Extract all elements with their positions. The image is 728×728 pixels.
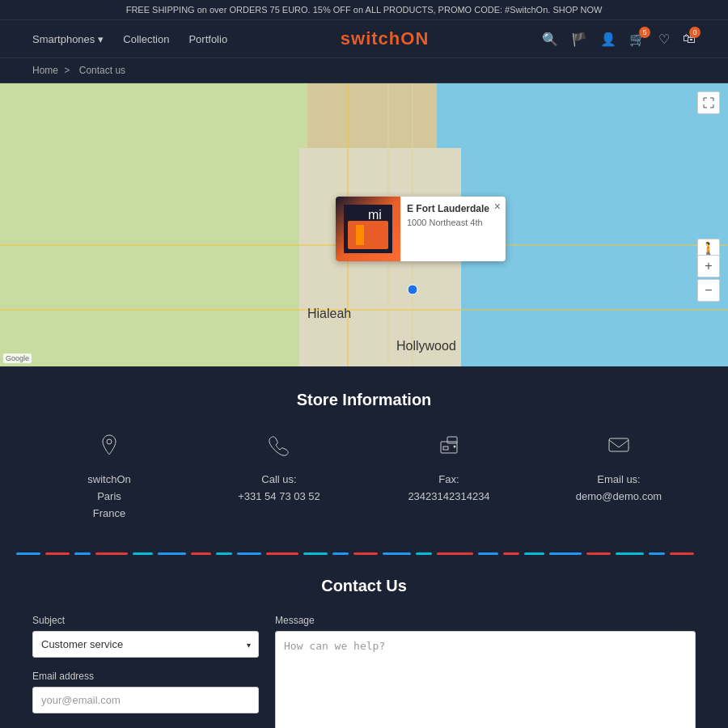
email-input[interactable] bbox=[32, 687, 259, 713]
contact-form-right: Message bbox=[275, 615, 696, 728]
nav-collection[interactable]: Collection bbox=[123, 33, 169, 45]
contact-form: Subject Customer service ▾ Email address… bbox=[32, 615, 696, 728]
subject-select-wrapper: Customer service ▾ bbox=[32, 631, 259, 658]
subject-field-group: Subject Customer service ▾ bbox=[32, 615, 259, 658]
store-address-text: switchOnParisFrance bbox=[87, 472, 130, 522]
location-icon bbox=[98, 434, 121, 462]
flag-icon[interactable]: 🏴 bbox=[571, 32, 587, 47]
breadcrumb-home[interactable]: Home bbox=[32, 65, 58, 76]
search-icon[interactable]: 🔍 bbox=[542, 32, 558, 47]
store-fax-item: Fax: 23423142314234 bbox=[388, 434, 510, 506]
decorative-divider bbox=[0, 546, 728, 561]
store-phone-item: Call us: +331 54 73 03 52 bbox=[218, 434, 340, 506]
fax-label: Fax: bbox=[438, 473, 459, 485]
contact-form-left: Subject Customer service ▾ Email address… bbox=[32, 615, 259, 728]
subject-label: Subject bbox=[32, 615, 259, 626]
svg-rect-19 bbox=[356, 225, 364, 245]
map-popup-text: E Fort Lauderdale 1000 Northeast 4th bbox=[400, 197, 506, 234]
header: Smartphones ▾ Collection Portfolio switc… bbox=[0, 20, 728, 58]
phone-icon bbox=[268, 434, 290, 462]
breadcrumb-current: Contact us bbox=[79, 65, 125, 76]
svg-point-22 bbox=[107, 439, 112, 444]
banner-text: FREE SHIPPING on over ORDERS 75 EURO. 15… bbox=[126, 5, 603, 15]
svg-text:mi: mi bbox=[368, 208, 382, 222]
map-popup-title: E Fort Lauderdale bbox=[407, 203, 499, 214]
email-value: demo@demo.com bbox=[576, 490, 662, 502]
svg-rect-2 bbox=[0, 83, 340, 366]
map-container[interactable]: Fort Lauderdale Hollywood Hialeah × mi bbox=[0, 83, 728, 366]
phone-label: Call us: bbox=[261, 473, 296, 485]
logo[interactable]: switchON bbox=[341, 28, 429, 49]
store-email-item: Email us: demo@demo.com bbox=[558, 434, 679, 506]
message-textarea[interactable] bbox=[275, 631, 696, 728]
store-email-text: Email us: demo@demo.com bbox=[576, 472, 662, 506]
email-label: Email address bbox=[32, 671, 259, 682]
store-info-title: Store Information bbox=[32, 391, 696, 409]
svg-rect-25 bbox=[443, 447, 448, 450]
map-popup-close[interactable]: × bbox=[494, 200, 501, 213]
chevron-down-icon: ▾ bbox=[98, 33, 104, 45]
store-address-item: switchOnParisFrance bbox=[49, 434, 170, 522]
map-fullscreen-button[interactable] bbox=[697, 91, 720, 114]
store-info-section: Store Information switchOnParisFrance Ca… bbox=[0, 366, 728, 546]
wishlist-icon[interactable]: ♡ bbox=[658, 32, 670, 47]
fax-icon bbox=[438, 434, 460, 462]
bag-icon[interactable]: 🛍0 bbox=[683, 32, 696, 46]
map-zoom-controls: + − bbox=[697, 255, 720, 302]
bag-badge: 0 bbox=[689, 27, 700, 38]
svg-text:Hollywood: Hollywood bbox=[396, 339, 456, 353]
nav-portfolio[interactable]: Portfolio bbox=[188, 33, 227, 45]
map-watermark: Google bbox=[3, 353, 32, 363]
email-field-group: Email address bbox=[32, 671, 259, 713]
svg-rect-27 bbox=[609, 438, 629, 451]
user-icon[interactable]: 👤 bbox=[600, 32, 616, 47]
svg-rect-20 bbox=[368, 225, 376, 245]
logo-prefix: switch bbox=[341, 28, 400, 49]
map-zoom-in[interactable]: + bbox=[697, 255, 720, 277]
contact-title: Contact Us bbox=[32, 577, 696, 595]
store-fax-text: Fax: 23423142314234 bbox=[408, 472, 489, 506]
fax-value: 23423142314234 bbox=[408, 490, 489, 502]
subject-select[interactable]: Customer service bbox=[32, 631, 259, 658]
map-popup-image: mi bbox=[336, 197, 400, 261]
email-icon bbox=[607, 434, 630, 462]
contact-section: Contact Us Subject Customer service ▾ Em… bbox=[0, 561, 728, 728]
breadcrumb-separator: > bbox=[64, 65, 70, 76]
svg-point-26 bbox=[454, 446, 456, 448]
main-nav: Smartphones ▾ Collection Portfolio bbox=[32, 33, 227, 45]
nav-smartphones[interactable]: Smartphones ▾ bbox=[32, 33, 104, 45]
map-popup: × mi E Fort Lauderdale 1000 Northeast 4t… bbox=[336, 197, 506, 261]
map-popup-address: 1000 Northeast 4th bbox=[407, 218, 499, 227]
phone-value: +331 54 73 03 52 bbox=[238, 490, 320, 502]
message-label: Message bbox=[275, 615, 696, 626]
email-label: Email us: bbox=[597, 473, 640, 485]
cart-icon[interactable]: 🛒5 bbox=[629, 32, 645, 47]
logo-suffix: ON bbox=[400, 28, 429, 49]
breadcrumb: Home > Contact us bbox=[0, 58, 728, 83]
cart-badge: 5 bbox=[639, 27, 650, 38]
top-banner: FREE SHIPPING on over ORDERS 75 EURO. 15… bbox=[0, 0, 728, 20]
store-phone-text: Call us: +331 54 73 03 52 bbox=[238, 472, 320, 506]
map-background: Fort Lauderdale Hollywood Hialeah × mi bbox=[0, 83, 728, 366]
store-info-grid: switchOnParisFrance Call us: +331 54 73 … bbox=[32, 434, 696, 522]
header-icons: 🔍 🏴 👤 🛒5 ♡ 🛍0 bbox=[542, 32, 696, 47]
svg-text:Hialeah: Hialeah bbox=[307, 307, 351, 320]
svg-rect-24 bbox=[447, 437, 457, 443]
map-zoom-out[interactable]: − bbox=[697, 279, 720, 302]
svg-point-14 bbox=[408, 285, 417, 294]
